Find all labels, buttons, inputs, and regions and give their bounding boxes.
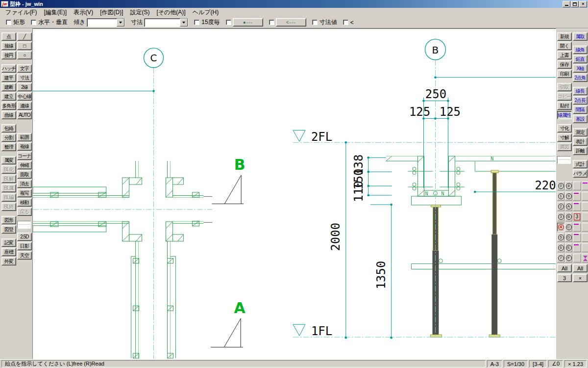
menu-item[interactable]: [その他(A)] bbox=[153, 7, 189, 18]
tool-button[interactable]: 整理 bbox=[1, 143, 16, 151]
group-layer-indicator[interactable]: [3-4] bbox=[529, 360, 547, 368]
layer-group-cell-e[interactable] bbox=[582, 243, 588, 252]
maximize-button[interactable] bbox=[571, 1, 579, 7]
tool-button[interactable]: ╱ bbox=[17, 32, 32, 41]
tool-button[interactable]: 建平 bbox=[1, 74, 16, 82]
layer-group-cell-b[interactable] bbox=[582, 212, 588, 221]
tool-button[interactable]: 寸解 bbox=[557, 133, 572, 142]
tool-button[interactable]: 2線 bbox=[17, 83, 32, 91]
layer-cell-1[interactable]: 1 bbox=[557, 192, 564, 201]
tool-button[interactable]: 文字 bbox=[17, 64, 32, 73]
tool-button[interactable]: BL編 bbox=[1, 193, 16, 202]
layer-cell-7[interactable]: 7 bbox=[557, 254, 564, 263]
tool-button[interactable]: コピー bbox=[557, 92, 572, 101]
layer-group-cell-6[interactable] bbox=[573, 243, 581, 252]
tool-button[interactable]: ハッチ bbox=[1, 64, 16, 73]
zoom-indicator[interactable]: × 1.23 bbox=[564, 360, 587, 368]
layer-cell-5[interactable]: 5 bbox=[557, 233, 564, 242]
tool-button[interactable]: 移動 bbox=[17, 198, 32, 207]
tool-button[interactable]: 線角 bbox=[573, 46, 588, 54]
layer-cell-f[interactable]: F bbox=[565, 254, 572, 263]
layer-group-cell-c[interactable] bbox=[582, 223, 588, 232]
tool-button[interactable]: 測定 bbox=[573, 128, 588, 136]
tool-button[interactable]: 接線 bbox=[1, 42, 16, 50]
layer-group-cell-d[interactable] bbox=[582, 233, 588, 242]
tool-button[interactable]: 天空 bbox=[17, 251, 32, 260]
tool-button[interactable]: 式計 bbox=[573, 160, 588, 168]
tool-button[interactable]: 属取 bbox=[573, 32, 588, 41]
tool-button[interactable]: 戻る bbox=[17, 208, 32, 216]
tool-button[interactable]: 点 bbox=[1, 32, 16, 41]
tool-button[interactable]: 寸化 bbox=[557, 124, 572, 132]
tool-button[interactable]: 曲線 bbox=[1, 111, 16, 119]
checkbox-arrow-line[interactable] bbox=[269, 20, 274, 25]
layer-cell-d[interactable]: D bbox=[565, 233, 572, 242]
tool-button[interactable]: 中心線 bbox=[17, 92, 32, 101]
menu-item[interactable]: [編集(E)] bbox=[40, 7, 70, 18]
tool-button[interactable]: AUTO bbox=[17, 111, 32, 119]
tool-button[interactable]: 新規 bbox=[557, 32, 572, 41]
tool-button[interactable]: BL属 bbox=[1, 184, 16, 192]
layer-cell-6[interactable]: 6 bbox=[557, 243, 564, 252]
tool-button[interactable]: パラメ bbox=[573, 169, 588, 178]
tool-button[interactable]: 建断 bbox=[1, 83, 16, 91]
tool-button[interactable]: 面取 bbox=[17, 170, 32, 179]
layer-all-button[interactable]: All bbox=[557, 264, 572, 272]
paper-size-indicator[interactable]: A-3 bbox=[487, 360, 502, 368]
tool-button[interactable]: 距離 bbox=[573, 147, 588, 155]
tool-button[interactable]: 範囲 bbox=[17, 133, 32, 141]
tool-button[interactable]: 日影 bbox=[17, 242, 32, 250]
layer-cell-c[interactable]: C bbox=[565, 223, 572, 232]
tool-button[interactable]: 基設 bbox=[573, 115, 588, 123]
layer-group-cell-2[interactable] bbox=[573, 202, 581, 211]
layer-cell-b[interactable]: B bbox=[565, 212, 572, 221]
tool-button[interactable]: X軸 bbox=[573, 64, 588, 73]
tool-button[interactable]: 2点角 bbox=[573, 74, 588, 82]
tool-button[interactable]: BL終 bbox=[1, 203, 16, 211]
tool-button[interactable]: 属変 bbox=[1, 156, 16, 164]
tool-button[interactable]: 間隔 bbox=[573, 105, 588, 114]
tool-button[interactable]: 図登 bbox=[1, 225, 16, 234]
slope-combo[interactable] bbox=[87, 18, 125, 27]
group-all-button[interactable]: All bbox=[573, 264, 588, 272]
tool-button[interactable]: 線長 bbox=[573, 87, 588, 95]
tool-button[interactable]: 鉛直 bbox=[573, 55, 588, 63]
tool-button[interactable]: 上書 bbox=[557, 51, 572, 59]
line-attribute-preview[interactable] bbox=[557, 156, 571, 164]
layer-group-cell-3-current[interactable]: 3 bbox=[573, 212, 581, 221]
tool-button[interactable]: 選図 bbox=[557, 143, 572, 151]
dot-line-style-button[interactable]: ●--- bbox=[233, 18, 263, 26]
tool-button[interactable]: 線属性 bbox=[557, 111, 572, 119]
layer-group-cell-4[interactable] bbox=[573, 223, 581, 232]
layer-group-cell-1[interactable] bbox=[573, 192, 581, 201]
close-button[interactable]: × bbox=[579, 1, 587, 7]
drawing-canvas[interactable]: C B 2FL 1FL 250 125 125 138 150 110 2000… bbox=[32, 28, 556, 359]
checkbox-15deg[interactable]: 15度毎 bbox=[194, 18, 220, 26]
line-style-preview[interactable] bbox=[17, 221, 31, 229]
menu-item[interactable]: ファイル(F) bbox=[2, 7, 40, 18]
tool-button[interactable]: 複線 bbox=[17, 142, 32, 151]
angle-indicator[interactable]: ∠0 bbox=[548, 360, 563, 368]
layer-cell-8[interactable]: 8 bbox=[565, 182, 572, 190]
layer-cell-0[interactable]: 0 bbox=[557, 182, 564, 190]
menu-item[interactable]: 設定(S) bbox=[126, 7, 153, 18]
layer-cell-e[interactable]: E bbox=[565, 243, 572, 252]
tool-button[interactable]: 建立 bbox=[1, 92, 16, 101]
tool-button[interactable]: 接円 bbox=[1, 51, 16, 59]
tool-button[interactable]: 保存 bbox=[557, 60, 572, 69]
tool-button[interactable]: 表計 bbox=[573, 137, 588, 146]
layer-cell-2[interactable]: 2 bbox=[557, 202, 564, 211]
tool-button[interactable]: 2.5D bbox=[17, 233, 32, 241]
tool-button[interactable]: BL化 bbox=[1, 165, 16, 174]
tool-button[interactable]: 伸縮 bbox=[17, 161, 32, 169]
tool-button[interactable]: 座標 bbox=[1, 248, 16, 256]
tool-button[interactable]: ○ bbox=[17, 51, 32, 59]
tool-button[interactable]: 分割 bbox=[1, 133, 16, 142]
tool-button[interactable]: 印刷 bbox=[557, 70, 572, 78]
menu-item[interactable]: ヘルプ(H) bbox=[189, 7, 222, 18]
combo-dropdown-button[interactable] bbox=[180, 19, 188, 26]
tool-button[interactable]: コーナー bbox=[17, 152, 32, 160]
layer-cell-4-active[interactable]: 4 bbox=[557, 223, 564, 232]
tool-button[interactable]: □ bbox=[17, 42, 32, 50]
layer-group-cell-0[interactable] bbox=[573, 182, 581, 190]
